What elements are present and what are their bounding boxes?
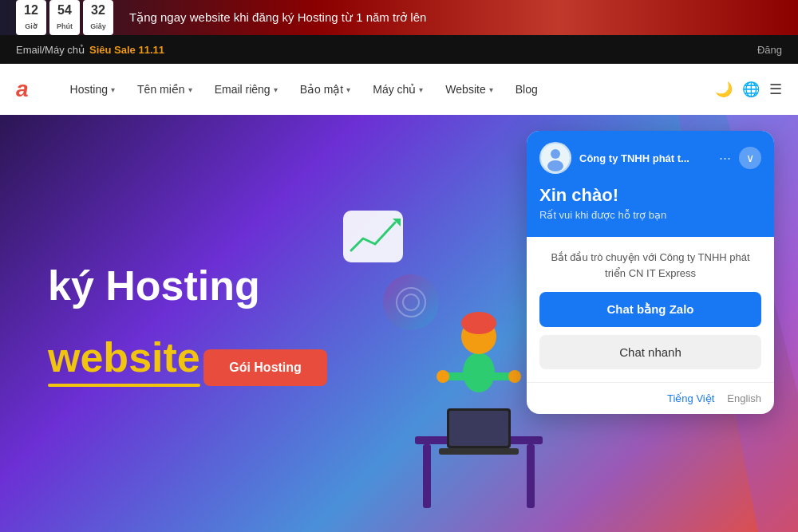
trend-arrow-decoration <box>343 211 407 270</box>
chat-company-name: Công ty TNHH phát t... <box>579 152 711 164</box>
sale-link[interactable]: Siêu Sale 11.11 <box>89 44 164 56</box>
nav-item-blog[interactable]: Blog <box>506 77 547 102</box>
sale-bar-prefix: Email/Máy chủ <box>16 44 85 56</box>
svg-point-11 <box>437 370 449 383</box>
hero-section: ký Hosting website Gói Hosting <box>0 115 798 532</box>
sale-bar-right: Đăng <box>757 44 782 56</box>
ball-decoration <box>383 274 439 330</box>
language-icon[interactable]: 🌐 <box>742 81 760 98</box>
countdown-boxes: 12 Giờ 54 Phút 32 Giây <box>16 0 113 35</box>
chat-greeting-title: Xin chào! <box>539 185 761 206</box>
chat-zalo-button[interactable]: Chat bằng Zalo <box>539 292 761 327</box>
chat-avatar <box>539 142 571 174</box>
chat-widget: Công ty TNHH phát t... ··· ∨ Xin chào! R… <box>527 131 774 414</box>
chevron-down-icon: ▾ <box>346 85 350 94</box>
chat-quick-button[interactable]: Chat nhanh <box>539 335 761 369</box>
countdown-hours: 12 Giờ <box>16 0 46 35</box>
chevron-down-icon: ▾ <box>489 85 493 94</box>
lang-en-button[interactable]: English <box>727 392 761 404</box>
nav-item-email-rieng[interactable]: Email riêng ▾ <box>205 77 287 102</box>
banner-text: Tặng ngay website khi đăng ký Hosting từ… <box>129 10 426 25</box>
countdown-banner: 12 Giờ 54 Phút 32 Giây Tặng ngay website… <box>0 0 798 35</box>
chat-header-icons: ··· ∨ <box>719 147 761 169</box>
chat-greeting-subtitle: Rất vui khi được hỗ trợ bạn <box>539 209 761 221</box>
svg-point-21 <box>547 160 563 171</box>
dark-mode-icon[interactable]: 🌙 <box>715 81 733 98</box>
hero-subtitle: website <box>48 333 200 382</box>
lang-vi-button[interactable]: Tiếng Việt <box>667 392 714 404</box>
svg-point-12 <box>508 370 521 383</box>
svg-rect-4 <box>449 411 508 446</box>
nav-item-website[interactable]: Website ▾ <box>436 77 502 102</box>
countdown-seconds: 32 Giây <box>83 0 113 35</box>
svg-point-15 <box>397 288 425 317</box>
chat-greeting: Xin chào! Rất vui khi được hỗ trợ bạn <box>527 185 774 237</box>
menu-icon[interactable]: ☰ <box>769 81 782 98</box>
chat-body: Bắt đầu trò chuyện với Công ty TNHH phát… <box>527 237 774 382</box>
chevron-down-icon: ▾ <box>419 85 423 94</box>
nav-item-may-chu[interactable]: Máy chủ ▾ <box>363 77 433 102</box>
chat-prompt-text: Bắt đầu trò chuyện với Công ty TNHH phát… <box>539 250 761 281</box>
chat-options-icon[interactable]: ··· <box>719 150 731 167</box>
nav-icons: 🌙 🌐 ☰ <box>715 81 782 98</box>
nav-item-ten-mien[interactable]: Tên miền ▾ <box>128 77 202 102</box>
svg-rect-1 <box>423 444 431 508</box>
nav-item-bao-mat[interactable]: Bảo mật ▾ <box>290 77 361 102</box>
cta-button[interactable]: Gói Hosting <box>203 349 327 386</box>
svg-point-20 <box>551 149 560 159</box>
chat-header: Công ty TNHH phát t... ··· ∨ <box>527 131 774 185</box>
sale-bar: Email/Máy chủ Siêu Sale 11.11 Đăng <box>0 35 798 64</box>
logo[interactable]: a <box>16 77 29 102</box>
navbar: a Hosting ▾ Tên miền ▾ Email riêng ▾ Bảo… <box>0 64 798 115</box>
svg-point-8 <box>461 312 496 334</box>
chevron-down-icon: ▾ <box>111 85 115 94</box>
nav-links: Hosting ▾ Tên miền ▾ Email riêng ▾ Bảo m… <box>61 77 715 102</box>
svg-rect-2 <box>527 444 535 508</box>
svg-rect-5 <box>439 448 519 455</box>
chevron-down-icon: ▾ <box>188 85 192 94</box>
sale-bar-left: Email/Máy chủ Siêu Sale 11.11 <box>16 44 164 56</box>
chat-footer: Tiếng Việt English <box>527 382 774 414</box>
svg-rect-13 <box>343 211 403 262</box>
nav-item-hosting[interactable]: Hosting ▾ <box>61 77 124 102</box>
svg-point-16 <box>403 294 419 310</box>
chevron-down-icon: ▾ <box>274 85 278 94</box>
countdown-minutes: 54 Phút <box>49 0 80 35</box>
hero-content: ký Hosting website Gói Hosting <box>48 261 327 385</box>
chat-minimize-button[interactable]: ∨ <box>739 147 761 169</box>
hero-title: ký Hosting <box>48 261 327 310</box>
